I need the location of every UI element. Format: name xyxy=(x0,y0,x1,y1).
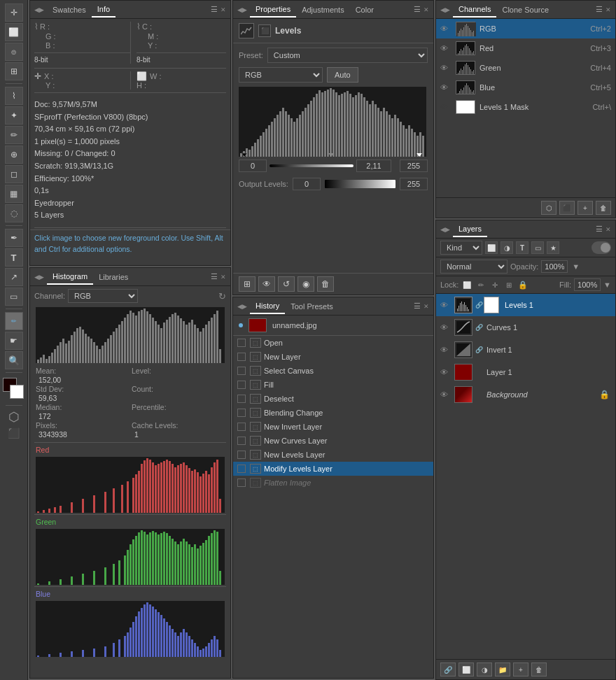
channel-eye-red[interactable]: 👁 xyxy=(440,44,451,52)
layer-eye-curves1[interactable]: 👁 xyxy=(440,323,451,332)
channel-eye-mask[interactable]: 👁 xyxy=(440,103,451,111)
channels-delete-btn[interactable]: 🗑 xyxy=(596,201,611,215)
channels-menu-icon[interactable]: ☰ xyxy=(596,5,603,14)
tab-histogram[interactable]: Histogram xyxy=(47,269,93,285)
history-item-8[interactable]: ⬚ New Levels Layer xyxy=(233,448,433,462)
layer-row-invert1[interactable]: 👁 🔗 Invert 1 xyxy=(436,339,615,361)
lock-transparent-icon[interactable]: ⬜ xyxy=(461,279,472,290)
view-previous-btn[interactable]: 👁 xyxy=(258,276,275,292)
opacity-input[interactable] xyxy=(541,260,568,273)
properties-close-btn[interactable]: ✕ xyxy=(424,6,429,13)
channel-row-blue[interactable]: 👁 Blue Ctrl+5 xyxy=(436,78,615,97)
tab-libraries[interactable]: Libraries xyxy=(93,270,134,284)
crop-tool[interactable]: ⊞ xyxy=(5,62,23,80)
layer-eye-background[interactable]: 👁 xyxy=(440,390,451,399)
lock-all-icon[interactable]: 🔒 xyxy=(517,279,528,290)
input-level-max[interactable] xyxy=(400,160,428,172)
foreground-eyedropper-tool[interactable]: ✏ xyxy=(5,312,23,330)
layers-delete-btn[interactable]: 🗑 xyxy=(531,663,547,677)
clip-to-layer-btn[interactable]: ⊞ xyxy=(239,276,255,292)
layers-kind-select[interactable]: Kind xyxy=(440,241,482,255)
delete-adjustment-btn[interactable]: 🗑 xyxy=(317,276,334,292)
toggle-visibility-btn[interactable]: ◉ xyxy=(298,276,314,292)
tab-properties[interactable]: Properties xyxy=(250,2,296,17)
pen-tool[interactable]: ✒ xyxy=(5,229,23,247)
zoom-tool[interactable]: 🔍 xyxy=(5,351,23,369)
lock-position-icon[interactable]: ✛ xyxy=(489,279,500,290)
gradient-tool[interactable]: ▦ xyxy=(5,185,23,203)
histogram-channel-select[interactable]: RGBRedGreenBlue xyxy=(68,289,138,303)
history-item-5[interactable]: ⬚ Blending Change xyxy=(233,406,433,420)
channels-close-btn[interactable]: ✕ xyxy=(606,6,611,13)
channel-eye-blue[interactable]: 👁 xyxy=(440,83,451,92)
input-level-mid[interactable] xyxy=(356,160,391,172)
layer-row-background[interactable]: 👁 Background 🔒 xyxy=(436,383,615,406)
filter-adjust-icon[interactable]: ◑ xyxy=(500,241,513,254)
tab-info[interactable]: Info xyxy=(92,2,115,17)
channels-selection-btn[interactable]: ⬡ xyxy=(541,201,556,215)
history-source-row[interactable]: unnamed.jpg xyxy=(233,316,433,336)
dodge-tool[interactable]: ◌ xyxy=(5,204,23,222)
eraser-tool[interactable]: ◻ xyxy=(5,165,23,183)
history-item-4[interactable]: ⬚ Deselect xyxy=(233,392,433,406)
layer-eye-layer1[interactable]: 👁 xyxy=(440,368,451,376)
filter-pixel-icon[interactable]: ⬜ xyxy=(485,241,498,254)
channel-row-red[interactable]: 👁 Red Ctrl+3 xyxy=(436,38,615,58)
input-level-min[interactable] xyxy=(239,160,267,172)
preset-select[interactable]: CustomDefaultDarker xyxy=(267,48,428,63)
path-select-tool[interactable]: ↗ xyxy=(5,268,23,286)
channel-eye-rgb[interactable]: 👁 xyxy=(440,24,451,33)
lock-artboard-icon[interactable]: ⊞ xyxy=(503,279,514,290)
shape-tool[interactable]: ▭ xyxy=(5,288,23,306)
channel-eye-green[interactable]: 👁 xyxy=(440,64,451,72)
layers-link-btn[interactable]: 🔗 xyxy=(440,663,456,677)
layer-row-curves1[interactable]: 👁 🔗 Curves 1 xyxy=(436,316,615,339)
layers-adjustment-btn[interactable]: ◑ xyxy=(477,663,492,677)
select-rect-tool[interactable]: ⬜ xyxy=(5,23,23,41)
lock-pixels-icon[interactable]: ✏ xyxy=(475,279,486,290)
history-item-2[interactable]: ⬚ Select Canvas xyxy=(233,364,433,378)
layer-eye-invert1[interactable]: 👁 xyxy=(440,346,451,354)
tab-clone-source[interactable]: Clone Source xyxy=(496,3,554,17)
layers-close-btn[interactable]: ✕ xyxy=(606,226,611,233)
brush-tool[interactable]: ✏ xyxy=(5,126,23,144)
type-tool[interactable]: T xyxy=(5,248,23,267)
layer-row-layer1[interactable]: 👁 Layer 1 xyxy=(436,361,615,383)
layers-menu-icon[interactable]: ☰ xyxy=(596,225,603,234)
histogram-refresh-icon[interactable]: ↻ xyxy=(218,291,226,302)
layer-mode-select[interactable]: NormalMultiplyScreen xyxy=(440,260,507,274)
tab-adjustments[interactable]: Adjustments xyxy=(296,3,350,17)
layers-filter-toggle[interactable] xyxy=(592,241,611,254)
history-close-btn[interactable]: ✕ xyxy=(424,303,429,310)
eyedropper-tool[interactable]: ⌇ xyxy=(5,87,23,105)
background-color[interactable] xyxy=(10,385,24,399)
output-level-min[interactable] xyxy=(293,178,321,190)
spot-heal-tool[interactable]: ✦ xyxy=(5,106,23,125)
lasso-tool[interactable]: ⌾ xyxy=(5,43,23,61)
auto-button[interactable]: Auto xyxy=(327,67,358,83)
history-item-7[interactable]: ⬚ New Curves Layer xyxy=(233,434,433,448)
swatches-close-btn[interactable]: ✕ xyxy=(220,6,226,13)
opacity-arrow-icon[interactable]: ▼ xyxy=(572,262,580,271)
layer-row-levels1[interactable]: 👁 🔗 Levels 1 xyxy=(436,294,615,316)
tab-color[interactable]: Color xyxy=(350,3,379,17)
layers-group-btn[interactable]: 📁 xyxy=(495,663,510,677)
properties-menu-icon[interactable]: ☰ xyxy=(414,5,421,14)
hand-tool[interactable]: ☛ xyxy=(5,332,23,350)
channel-row-mask[interactable]: 👁 Levels 1 Mask Ctrl+\ xyxy=(436,97,615,117)
fill-input[interactable] xyxy=(574,278,601,291)
channel-row-rgb[interactable]: 👁 RGB Ctrl+2 xyxy=(436,19,615,38)
color-picker[interactable] xyxy=(3,378,25,400)
swatches-menu-icon[interactable]: ☰ xyxy=(211,5,218,14)
history-menu-icon[interactable]: ☰ xyxy=(414,302,421,311)
layers-mask-btn[interactable]: ⬜ xyxy=(458,663,474,677)
channel-select[interactable]: RGBRedGreenBlue xyxy=(239,67,323,83)
tab-layers[interactable]: Layers xyxy=(453,222,487,237)
history-item-9[interactable]: ⬚ Modify Levels Layer xyxy=(233,462,433,476)
filter-smart-icon[interactable]: ★ xyxy=(547,241,559,254)
layer-eye-levels1[interactable]: 👁 xyxy=(440,301,451,309)
history-item-1[interactable]: ⬚ New Layer xyxy=(233,350,433,364)
channels-save-btn[interactable]: ⬛ xyxy=(559,201,575,215)
history-item-3[interactable]: ⬚ Fill xyxy=(233,378,433,392)
reset-btn[interactable]: ↺ xyxy=(278,276,295,292)
